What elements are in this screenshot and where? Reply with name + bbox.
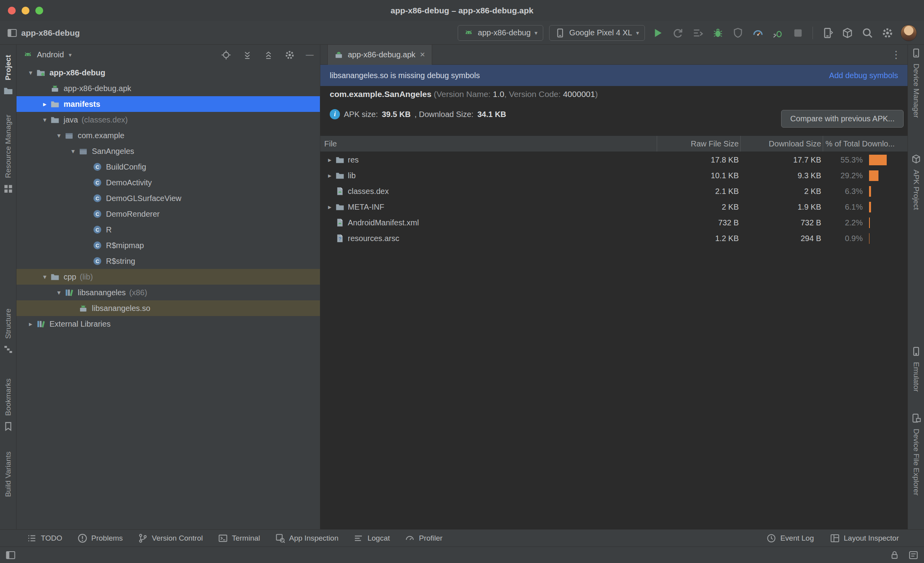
- tool-button-device-manager[interactable]: Device Manager: [908, 48, 924, 118]
- tool-button-project[interactable]: Project: [0, 55, 16, 96]
- tree-item-demoactivity[interactable]: C DemoActivity: [16, 175, 320, 190]
- tool-button-emulator[interactable]: Emulator: [908, 346, 924, 392]
- column-percent-of-total[interactable]: % of Total Downlo...: [823, 136, 908, 152]
- tree-item-r[interactable]: C R: [16, 222, 320, 238]
- tool-button-apk-project[interactable]: APK Project: [908, 154, 924, 210]
- tree-item-manifests[interactable]: ▸ manifests: [16, 96, 320, 112]
- hide-panel-button[interactable]: —: [306, 50, 314, 59]
- percent-bar: [869, 202, 871, 212]
- tree-item-sanangeles[interactable]: ▾ SanAngeles: [16, 143, 320, 159]
- tree-item-com-example[interactable]: ▾ com.example: [16, 128, 320, 143]
- tree-item-libsanangeles[interactable]: ▾ libsanangeles (x86): [16, 285, 320, 300]
- collapse-all-icon[interactable]: [263, 50, 274, 60]
- tool-button-logcat[interactable]: Logcat: [353, 533, 390, 543]
- expand-all-icon[interactable]: [242, 50, 252, 60]
- chevron-right-icon[interactable]: ▸: [324, 156, 335, 164]
- settings-button[interactable]: [880, 26, 895, 40]
- add-debug-symbols-link[interactable]: Add debug symbols: [829, 71, 898, 80]
- table-row-resources-arsc[interactable]: ? resources.arsc 1.2 KB 294 B 0.9%: [320, 230, 908, 246]
- tree-item-label: libsanangeles: [78, 288, 126, 297]
- tree-item-annotation: (classes.dex): [82, 115, 128, 124]
- table-row-lib[interactable]: ▸ lib 10.1 KB 9.3 KB 29.2%: [320, 168, 908, 183]
- tree-item-demorenderer[interactable]: C DemoRenderer: [16, 206, 320, 222]
- search-everywhere-button[interactable]: [860, 26, 875, 40]
- tool-button-layout-inspector[interactable]: Layout Inspector: [830, 533, 899, 543]
- chevron-down-icon[interactable]: ▾: [25, 69, 36, 77]
- tree-item-java[interactable]: ▾ java (classes.dex): [16, 112, 320, 128]
- tree-item-app-x86-debug[interactable]: ▾ app-x86-debug: [16, 65, 320, 80]
- tree-item-cpp[interactable]: ▾ cpp (lib): [16, 269, 320, 285]
- run-button[interactable]: [651, 26, 665, 40]
- tool-button-event-log[interactable]: Event Log: [766, 533, 814, 543]
- notifications-icon[interactable]: [908, 550, 919, 560]
- tool-button-bookmarks[interactable]: Bookmarks: [0, 378, 16, 431]
- chevron-down-icon[interactable]: ▾: [39, 116, 50, 124]
- chevron-right-icon[interactable]: ▸: [324, 172, 335, 180]
- tree-item-label: DemoActivity: [106, 178, 152, 187]
- chevron-right-icon[interactable]: ▸: [39, 100, 50, 108]
- profile-button[interactable]: [751, 26, 765, 40]
- compare-apk-button[interactable]: Compare with previous APK...: [781, 110, 904, 128]
- tree-item-app-x86-debug-apk[interactable]: app-x86-debug.apk: [16, 80, 320, 96]
- tool-button-resource-manager[interactable]: Resource Manager: [0, 115, 16, 194]
- run-with-coverage-button[interactable]: [731, 26, 745, 40]
- chevron-down-icon[interactable]: ▾: [53, 289, 64, 297]
- chevron-right-icon[interactable]: ▸: [25, 320, 36, 328]
- minimize-window-button[interactable]: [22, 7, 29, 15]
- chevron-down-icon[interactable]: ▾: [68, 147, 79, 155]
- device-file-explorer-button[interactable]: [840, 26, 855, 40]
- user-avatar[interactable]: [900, 25, 917, 41]
- titlebar: app-x86-debug – app-x86-debug.apk: [0, 0, 924, 21]
- close-icon[interactable]: ✕: [420, 51, 425, 59]
- tool-button-app-inspection[interactable]: App Inspection: [275, 533, 339, 543]
- profiler-icon: [405, 533, 415, 543]
- table-row-meta-inf[interactable]: ▸ META-INF 2 KB 1.9 KB 6.1%: [320, 199, 908, 215]
- apply-code-changes-button[interactable]: [691, 26, 705, 40]
- tree-item-demoglsurfaceview[interactable]: C DemoGLSurfaceView: [16, 190, 320, 206]
- locate-file-icon[interactable]: [221, 50, 231, 60]
- apply-changes-button[interactable]: [671, 26, 685, 40]
- tool-button-profiler[interactable]: Profiler: [405, 533, 442, 543]
- column-raw-file-size[interactable]: Raw File Size: [657, 136, 740, 152]
- tool-button-device-file-explorer[interactable]: Device File Explorer: [908, 413, 924, 495]
- folder-icon: [50, 115, 63, 124]
- tree-item-external-libraries[interactable]: ▸ External Libraries: [16, 316, 320, 332]
- table-row-classes-dex[interactable]: classes.dex 2.1 KB 2 KB 6.3%: [320, 183, 908, 199]
- attach-debugger-button[interactable]: [771, 26, 785, 40]
- table-row-androidmanifest[interactable]: AndroidManifest.xml 732 B 732 B 2.2%: [320, 215, 908, 230]
- chevron-right-icon[interactable]: ▸: [324, 203, 335, 211]
- tree-item-r-string[interactable]: C R$string: [16, 253, 320, 269]
- tool-button-build-variants[interactable]: Build Variants: [0, 451, 16, 497]
- column-file[interactable]: File: [320, 139, 657, 148]
- bookmarks-tool-label: Bookmarks: [4, 378, 13, 416]
- percent-bar: [869, 170, 878, 181]
- tool-button-structure[interactable]: Structure: [0, 309, 16, 355]
- tree-item-r-mipmap[interactable]: C R$mipmap: [16, 238, 320, 253]
- run-configuration-selector[interactable]: app-x86-debug ▾: [458, 25, 543, 41]
- tool-button-version-control[interactable]: Version Control: [138, 533, 203, 543]
- maximize-window-button[interactable]: [35, 7, 43, 15]
- column-download-size[interactable]: Download Size: [740, 136, 823, 152]
- debug-button[interactable]: [711, 26, 725, 40]
- tool-button-terminal[interactable]: Terminal: [218, 533, 260, 543]
- more-icon[interactable]: ⋮: [891, 49, 901, 61]
- tree-item-buildconfig[interactable]: C BuildConfig: [16, 159, 320, 175]
- bookmark-icon: [3, 421, 13, 431]
- chevron-down-icon[interactable]: ▾: [39, 273, 50, 281]
- tool-button-todo[interactable]: TODO: [27, 533, 62, 543]
- device-manager-button[interactable]: [820, 26, 835, 40]
- tree-item-libsanangeles-so[interactable]: libsanangeles.so: [16, 300, 320, 316]
- project-name-widget[interactable]: app-x86-debug: [7, 28, 80, 38]
- close-window-button[interactable]: [8, 7, 16, 15]
- toggle-tool-windows-icon[interactable]: [5, 550, 16, 560]
- lock-icon[interactable]: [889, 550, 900, 560]
- tab-app-x86-debug-apk[interactable]: app-x86-debug.apk ✕: [327, 45, 432, 65]
- table-row-res[interactable]: ▸ res 17.8 KB 17.7 KB 55.3%: [320, 152, 908, 168]
- chevron-down-icon[interactable]: ▾: [53, 132, 64, 140]
- tool-button-problems[interactable]: Problems: [77, 533, 123, 543]
- device-selector[interactable]: Google Pixel 4 XL ▾: [549, 25, 645, 41]
- view-selector[interactable]: Android: [37, 50, 64, 59]
- gear-icon[interactable]: [285, 50, 295, 60]
- stop-button[interactable]: [791, 26, 805, 40]
- download-size-label: , Download Size:: [415, 110, 473, 119]
